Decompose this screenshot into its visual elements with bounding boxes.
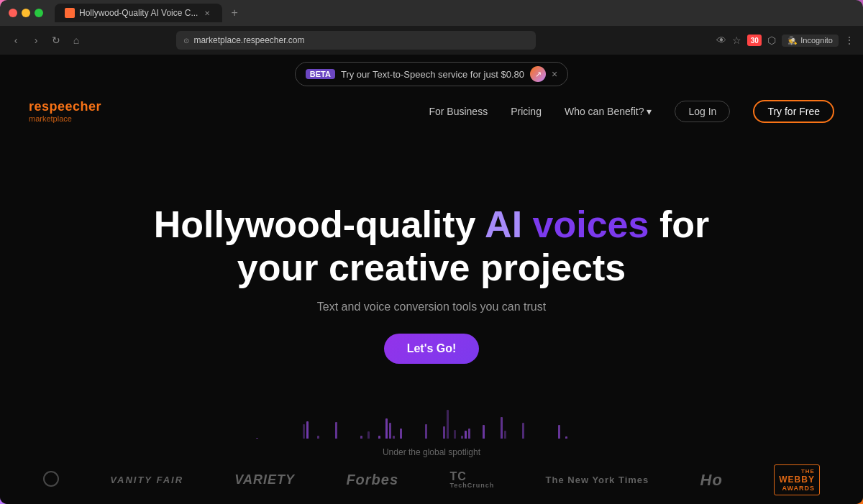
- browser-toolbar: ‹ › ↻ ⌂ ⊙ marketplace.respeecher.com 👁 ☆…: [0, 26, 863, 55]
- nav-who-can-benefit[interactable]: Who can Benefit? ▾: [565, 106, 652, 117]
- brand-forbes: Forbes: [346, 472, 398, 488]
- brand-variety: VARIETY: [234, 472, 295, 487]
- hero-cta-button[interactable]: Let's Go!: [384, 334, 480, 364]
- extensions-icon[interactable]: ⬡: [767, 35, 776, 46]
- brand-vanity-fair: VANITY FAIR: [110, 475, 183, 485]
- home-button[interactable]: ⌂: [69, 35, 83, 46]
- close-button[interactable]: [9, 9, 17, 17]
- banner-arrow-icon[interactable]: ↗: [530, 66, 546, 82]
- brand-techcrunch: TC TechCrunch: [449, 470, 494, 490]
- banner-text: Try our Text-to-Speech service for just …: [341, 69, 524, 80]
- extensions-count[interactable]: 30: [747, 35, 762, 46]
- spotlight-text: Under the global spotlight: [29, 447, 834, 457]
- beta-pill: BETA Try our Text-to-Speech service for …: [295, 62, 568, 86]
- webby-award: THE WEBBY AWARDS: [774, 464, 820, 495]
- lock-icon: ⊙: [183, 37, 189, 45]
- incognito-button[interactable]: 🕵 Incognito: [782, 35, 839, 47]
- logo[interactable]: respeecher marketplace: [29, 99, 101, 123]
- new-tab-button[interactable]: +: [231, 6, 237, 19]
- banner-close-button[interactable]: ×: [552, 68, 557, 80]
- nav-links: For Business Pricing Who can Benefit? ▾ …: [429, 100, 834, 123]
- hero-title: Hollywood-quality AI voices for your cre…: [154, 203, 709, 290]
- brand-hollywood: Ho: [700, 471, 723, 490]
- hero-title-part1: Hollywood-quality: [154, 203, 476, 245]
- nav-for-business[interactable]: For Business: [429, 106, 488, 117]
- brands-row: VANITY FAIR VARIETY Forbes TC TechCrunch…: [29, 464, 834, 504]
- url-display: marketplace.respeecher.com: [193, 35, 304, 45]
- browser-frame: Hollywood-Quality AI Voice C... ✕ + ‹ › …: [0, 0, 863, 504]
- tab-close-icon[interactable]: ✕: [202, 8, 212, 18]
- bookmark-icon[interactable]: ☆: [732, 35, 741, 46]
- incognito-label: Incognito: [800, 36, 833, 45]
- maximize-button[interactable]: [35, 9, 43, 17]
- hero-title-voices: voices: [533, 203, 649, 245]
- logo-marketplace-text: marketplace: [29, 114, 101, 123]
- footer-brands: Under the global spotlight VANITY FAIR V…: [0, 439, 863, 504]
- logo-respeecher-text: respeecher: [29, 99, 101, 114]
- login-button[interactable]: Log In: [675, 101, 730, 122]
- brand-nyt: The New York Times: [546, 475, 649, 485]
- refresh-button[interactable]: ↻: [49, 35, 63, 46]
- browser-tab[interactable]: Hollywood-Quality AI Voice C... ✕: [55, 4, 222, 22]
- minimize-button[interactable]: [22, 9, 30, 17]
- browser-titlebar: Hollywood-Quality AI Voice C... ✕ +: [0, 0, 863, 26]
- beta-banner: BETA Try our Text-to-Speech service for …: [0, 55, 863, 93]
- hero-title-line2: your creative projects: [237, 247, 626, 288]
- forward-button[interactable]: ›: [29, 35, 43, 46]
- hero-title-for: for: [659, 203, 709, 245]
- tab-favicon: [65, 8, 75, 18]
- hero-section: Hollywood-quality AI voices for your cre…: [0, 129, 863, 439]
- navigation: respeecher marketplace For Business Pric…: [0, 93, 863, 129]
- hero-title-ai: AI: [476, 203, 523, 245]
- toolbar-right: 👁 ☆ 30 ⬡ 🕵 Incognito ⋮: [716, 35, 854, 47]
- website-content: BETA Try our Text-to-Speech service for …: [0, 55, 863, 504]
- eye-off-icon[interactable]: 👁: [716, 35, 726, 46]
- beta-badge: BETA: [306, 69, 335, 79]
- tab-title: Hollywood-Quality AI Voice C...: [79, 8, 198, 18]
- address-bar[interactable]: ⊙ marketplace.respeecher.com: [176, 31, 536, 50]
- chevron-down-icon: ▾: [647, 106, 652, 117]
- brand-circle-logo: [43, 471, 59, 489]
- back-button[interactable]: ‹: [9, 35, 23, 46]
- hero-subtitle: Text and voice conversion tools you can …: [317, 301, 546, 313]
- nav-pricing[interactable]: Pricing: [511, 106, 542, 117]
- incognito-icon: 🕵: [787, 36, 798, 45]
- traffic-lights: [9, 9, 43, 17]
- menu-icon[interactable]: ⋮: [844, 35, 854, 46]
- brand-circle-icon: [43, 471, 59, 487]
- try-free-button[interactable]: Try for Free: [753, 100, 834, 123]
